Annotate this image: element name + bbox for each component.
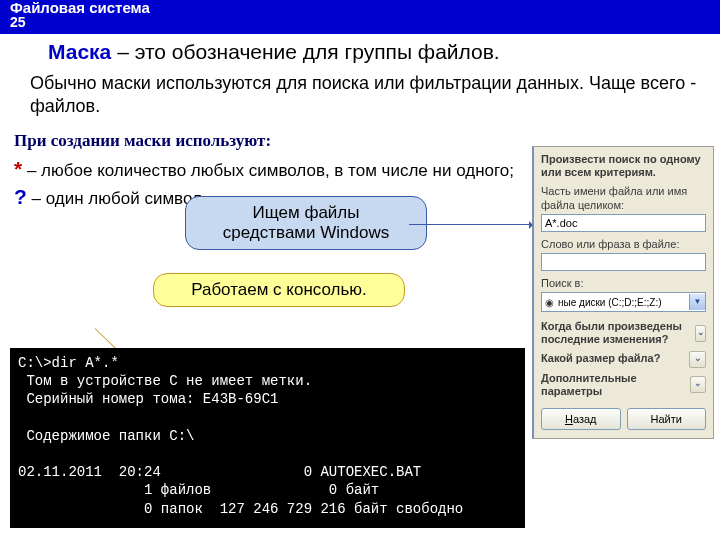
intro-paragraph: Обычно маски используются для поиска или… <box>30 72 704 117</box>
asterisk-text: – любое количество любых символов, в том… <box>22 161 514 180</box>
callout-console: Работаем с консолью. <box>153 273 405 307</box>
search-group-title: Произвести поиск по одному или всем крит… <box>541 153 706 179</box>
filename-label: Часть имени файла или имя файла целиком: <box>541 185 706 211</box>
phrase-label: Слово или фраза в файле: <box>541 238 706 251</box>
expander-date-label: Когда были произведены последние изменен… <box>541 320 695 346</box>
expander-params[interactable]: Дополнительные параметры ⌄ <box>541 370 706 400</box>
search-panel: Произвести поиск по одному или всем крит… <box>532 146 714 439</box>
callout-windows-line1: Ищем файлы <box>206 203 406 223</box>
find-button[interactable]: Найти <box>627 408 707 430</box>
back-button[interactable]: Назад <box>541 408 621 430</box>
callout-windows-line2: средствами Windows <box>206 223 406 243</box>
question-symbol: ? <box>14 185 27 208</box>
slide-title: Маска – это обозначение для группы файло… <box>48 40 720 64</box>
callout-arrow-to-panel <box>409 224 529 225</box>
header-bar: Файловая система 25 <box>0 0 720 34</box>
chevron-down-icon: ⌄ <box>695 325 706 342</box>
asterisk-symbol: * <box>14 157 22 180</box>
lookin-label: Поиск в: <box>541 277 706 290</box>
chevron-down-icon: ⌄ <box>689 351 706 368</box>
console-output: C:\>dir A*.* Том в устройстве C не имеет… <box>10 348 525 528</box>
expander-size-label: Какой размер файла? <box>541 352 660 365</box>
slide-number: 25 <box>10 15 710 30</box>
lookin-select[interactable]: ◉ ные диски (C:;D:;E:;Z:) ▼ <box>541 292 706 312</box>
callout-windows-search: Ищем файлы средствами Windows <box>185 196 427 250</box>
phrase-input[interactable] <box>541 253 706 271</box>
chevron-down-icon[interactable]: ▼ <box>689 294 705 310</box>
header-title: Файловая система <box>10 0 150 16</box>
chevron-down-icon: ⌄ <box>690 376 706 393</box>
callout-console-text: Работаем с консолью. <box>191 280 367 299</box>
title-rest: – это обозначение для группы файлов. <box>111 40 499 63</box>
lookin-value: ные диски (C:;D:;E:;Z:) <box>556 297 689 308</box>
expander-date[interactable]: Когда были произведены последние изменен… <box>541 318 706 348</box>
filename-input[interactable] <box>541 214 706 232</box>
title-strong: Маска <box>48 40 111 63</box>
drive-icon: ◉ <box>542 297 556 308</box>
expander-size[interactable]: Какой размер файла? ⌄ <box>541 349 706 370</box>
expander-params-label: Дополнительные параметры <box>541 372 690 398</box>
question-text: – один любой символ. <box>27 189 207 208</box>
